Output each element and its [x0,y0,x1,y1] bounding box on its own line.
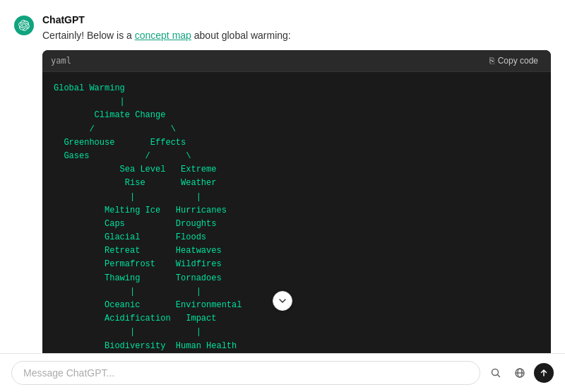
copy-label: Copy code [498,56,538,66]
code-lang: yaml [51,56,71,66]
code-body: Global Warming | Climate Change / \ Gree… [42,72,551,353]
search-button[interactable] [486,363,506,383]
send-button[interactable] [534,363,554,383]
send-icon [539,368,549,378]
scroll-down-button[interactable] [273,291,292,311]
code-text: Global Warming | Climate Change / \ Gree… [54,82,540,353]
input-icons [486,363,554,383]
code-header: yaml ⎘ Copy code [42,50,551,72]
concept-map-link[interactable]: concept map [135,30,191,41]
globe-icon [514,367,525,379]
input-bar [0,353,565,392]
sender-name: ChatGPT [42,14,551,25]
chevron-down-icon [278,297,287,305]
avatar [14,16,34,35]
globe-button[interactable] [510,363,530,383]
code-block: yaml ⎘ Copy code Global Warming | Climat… [42,50,551,353]
chat-input[interactable] [11,361,480,385]
search-icon [490,367,501,379]
copy-icon: ⎘ [489,56,494,66]
intro-text: Certainly! Below is a concept map about … [42,28,551,43]
message-content: ChatGPT Certainly! Below is a concept ma… [42,14,551,353]
copy-button[interactable]: ⎘ Copy code [485,54,542,67]
